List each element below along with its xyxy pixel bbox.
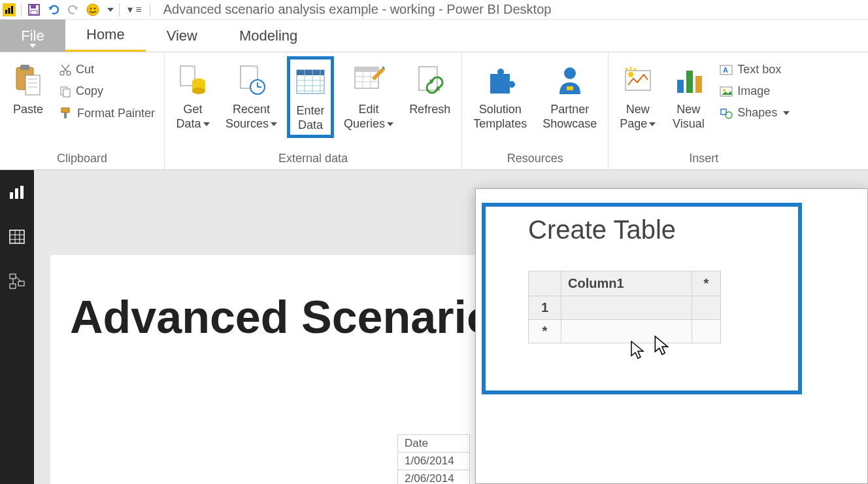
get-data-icon [178, 61, 208, 100]
group-label-clipboard: Clipboard [5, 149, 159, 168]
customize-qat-icon[interactable]: ▾ ≡ [125, 3, 144, 16]
svg-rect-11 [25, 75, 40, 95]
chevron-down-icon [387, 122, 393, 126]
separator [21, 3, 22, 16]
svg-rect-0 [5, 10, 7, 14]
group-label-resources: Resources [467, 149, 603, 168]
grid-corner[interactable] [529, 271, 561, 296]
svg-point-7 [90, 7, 92, 9]
person-icon [556, 61, 584, 100]
qat-dropdown-caret[interactable] [107, 8, 114, 12]
undo-button[interactable] [46, 3, 61, 17]
svg-rect-20 [63, 89, 70, 97]
copy-button[interactable]: Copy [55, 82, 159, 101]
redo-button[interactable] [66, 3, 80, 17]
svg-point-46 [564, 67, 576, 79]
edit-queries-button[interactable]: Edit Queries [338, 56, 399, 135]
svg-rect-10 [20, 65, 29, 70]
svg-point-26 [192, 88, 205, 94]
view-sidebar [0, 170, 34, 484]
image-icon [719, 85, 733, 98]
paste-button[interactable]: Paste [5, 56, 51, 122]
smiley-icon[interactable] [86, 3, 100, 17]
new-visual-button[interactable]: New Visual [665, 56, 711, 135]
create-table-grid[interactable]: Column1 * 1 * [528, 271, 721, 343]
svg-point-58 [726, 112, 732, 118]
grid-cell-blank[interactable] [692, 320, 721, 343]
date-cell[interactable]: 1/06/2014 [398, 453, 470, 470]
app-icon [3, 3, 16, 16]
dialog-title: Create Table [476, 189, 867, 258]
svg-rect-21 [61, 108, 69, 112]
new-page-icon [622, 61, 654, 100]
partner-showcase-button[interactable]: Partner Showcase [537, 56, 603, 135]
separator [119, 3, 120, 16]
tab-view[interactable]: View [146, 20, 218, 52]
edit-queries-icon [352, 61, 385, 100]
enter-data-button[interactable]: Enter Data [287, 56, 334, 138]
svg-rect-1 [8, 8, 10, 14]
grid-cell-blank[interactable] [692, 296, 721, 320]
window-title: Advanced scenario analysis example - wor… [163, 2, 552, 17]
row-number[interactable]: 1 [529, 296, 561, 320]
ribbon-group-insert: New Page New Visual A Text box Image [609, 52, 799, 169]
report-view-icon[interactable] [8, 183, 26, 201]
recent-sources-button[interactable]: Recent Sources [220, 56, 283, 135]
bar-chart-icon [672, 61, 705, 100]
group-label-insert: Insert [614, 149, 793, 168]
new-page-button[interactable]: New Page [614, 56, 661, 135]
grid-cell-blank[interactable] [561, 320, 692, 343]
ribbon: Paste Cut Copy Format Painter Clipboard [0, 52, 868, 170]
solution-templates-button[interactable]: Solution Templates [467, 56, 533, 135]
format-painter-button[interactable]: Format Painter [55, 103, 159, 123]
save-button[interactable] [27, 3, 41, 17]
svg-rect-59 [10, 192, 13, 199]
date-column-header[interactable]: Date [398, 435, 470, 453]
svg-rect-5 [31, 10, 37, 14]
refresh-icon [415, 61, 445, 100]
separator [150, 3, 150, 16]
image-button[interactable]: Image [715, 82, 793, 101]
chevron-down-icon [203, 122, 210, 126]
svg-rect-67 [10, 274, 16, 279]
report-title-text: Advanced Scenario [50, 255, 475, 343]
ribbon-group-external-data: Get Data Recent Sources Enter Data Edit … [165, 52, 462, 169]
date-cell[interactable]: 2/06/2014 [398, 470, 470, 485]
shapes-button[interactable]: Shapes [715, 103, 793, 122]
chevron-down-icon [271, 122, 277, 126]
svg-rect-22 [64, 112, 67, 118]
svg-point-6 [87, 4, 99, 16]
refresh-button[interactable]: Refresh [403, 56, 456, 122]
data-cell[interactable] [561, 296, 692, 320]
scissors-icon [59, 63, 72, 77]
enter-data-icon [294, 62, 327, 101]
get-data-button[interactable]: Get Data [170, 56, 216, 135]
cut-button[interactable]: Cut [55, 60, 159, 79]
copy-icon [59, 85, 72, 98]
chevron-down-icon [649, 122, 656, 126]
tab-file-label: File [21, 27, 44, 44]
shapes-icon [719, 107, 733, 120]
quick-access-toolbar: ▾ ≡ [3, 3, 150, 17]
svg-rect-51 [686, 71, 693, 93]
svg-rect-40 [355, 67, 378, 72]
date-table-visual[interactable]: Date 1/06/2014 2/06/2014 [397, 434, 470, 484]
ribbon-group-clipboard: Paste Cut Copy Format Painter Clipboard [0, 52, 165, 169]
add-column-cell[interactable]: * [692, 271, 721, 296]
text-box-button[interactable]: A Text box [715, 60, 793, 79]
svg-point-49 [628, 72, 633, 77]
chevron-down-icon [783, 111, 790, 115]
model-view-icon[interactable] [8, 272, 26, 290]
tab-modeling[interactable]: Modeling [218, 20, 318, 52]
column-header[interactable]: Column1 [561, 271, 692, 296]
data-view-icon[interactable] [8, 228, 26, 246]
svg-rect-69 [10, 284, 16, 288]
ribbon-tabs: File Home View Modeling [0, 20, 868, 52]
svg-rect-47 [567, 86, 573, 90]
svg-rect-2 [11, 6, 13, 14]
text-box-icon: A [719, 63, 733, 77]
svg-rect-50 [677, 80, 684, 93]
tab-home[interactable]: Home [65, 20, 146, 52]
add-row-cell[interactable]: * [529, 320, 561, 343]
tab-file[interactable]: File [0, 20, 65, 52]
